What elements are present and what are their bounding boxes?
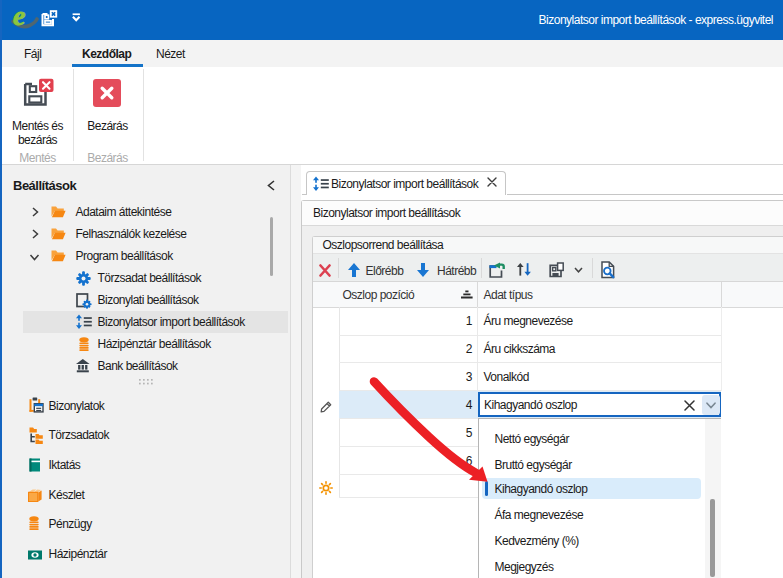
svg-text:e: e <box>13 3 25 31</box>
